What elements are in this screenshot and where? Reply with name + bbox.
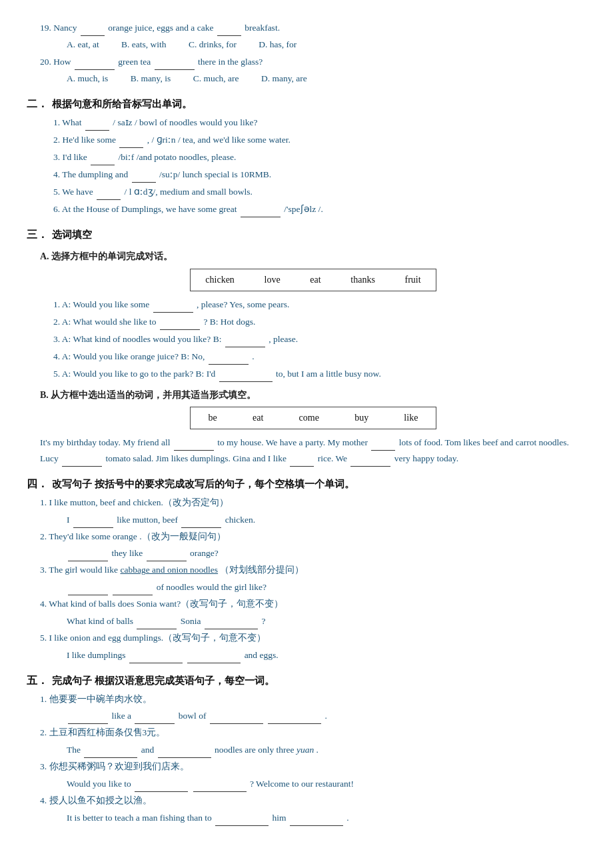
s4q1-rewrite: I like mutton, beef chicken. bbox=[67, 512, 586, 528]
section2-roman: 二． bbox=[27, 95, 48, 113]
s5q1-english: like a bowl of . bbox=[67, 708, 586, 724]
s5q4-english: It is better to teach a man fishing than… bbox=[67, 810, 586, 826]
s2q4: 4. The dumpling and /suːp/ lunch special… bbox=[53, 167, 586, 183]
s2q5: 5. We have / l ɑːdʒ/, medium and small b… bbox=[53, 184, 586, 200]
s5q3-chinese: 3. 你想买稀粥吗？欢迎到我们店来。 bbox=[40, 759, 586, 775]
section3-subA: A. 选择方框中的单词完成对话。 chicken love eat thanks… bbox=[40, 249, 586, 381]
s4q5-rewrite: I like dumplings and eggs. bbox=[67, 647, 586, 663]
section3-subB: B. 从方框中选出适当的动词，并用其适当形式填空。 be eat come bu… bbox=[40, 387, 586, 467]
section-4: 四． 改写句子 按括号中的要求完成改写后的句子，每个空格填一个单词。 1. I … bbox=[27, 475, 586, 663]
s4q3-rewrite: of noodles would the girl like? bbox=[67, 579, 586, 595]
s4q2-rewrite: they like orange? bbox=[67, 545, 586, 561]
subA-q2: 2. A: What would she like to ? B: Hot do… bbox=[53, 314, 586, 330]
s4q2-original: 2. They'd like some orange .（改为一般疑问句） bbox=[40, 529, 586, 545]
q20-blank2 bbox=[155, 54, 195, 70]
subB-label: B. 从方框中选出适当的动词，并用其适当形式填空。 bbox=[40, 387, 586, 403]
s4q1-original: 1. I like mutton, beef and chicken.（改为否定… bbox=[40, 495, 586, 511]
q19-label: 19. Nancy bbox=[40, 23, 77, 33]
section3-desc: 选词填空 bbox=[52, 227, 92, 244]
section-3: 三． 选词填空 A. 选择方框中的单词完成对话。 chicken love ea… bbox=[27, 225, 586, 467]
s2q1: 1. What / saɪz / bowl of noodles would y… bbox=[53, 115, 586, 131]
s5q3-english: Would you like to ? Welcome to our resta… bbox=[67, 776, 586, 792]
section2-questions: 1. What / saɪz / bowl of noodles would y… bbox=[53, 115, 586, 217]
s5q1-chinese: 1. 他要要一中碗羊肉水饺。 bbox=[40, 692, 586, 707]
section5-roman: 五． bbox=[27, 671, 48, 689]
subB-para: It's my birthday today. My friend all to… bbox=[40, 435, 586, 467]
section2-desc: 根据句意和所给音标写出单词。 bbox=[52, 96, 192, 113]
s2q6: 6. At the House of Dumplings, we have so… bbox=[53, 201, 586, 217]
q19-choices: A. eat, at B. eats, with C. drinks, for … bbox=[67, 37, 586, 53]
section5-questions: 1. 他要要一中碗羊肉水饺。 like a bowl of . 2. 土豆和西红… bbox=[40, 692, 586, 827]
subA-word-box: chicken love eat thanks fruit bbox=[40, 269, 586, 291]
s4q5-original: 5. I like onion and egg dumplings.（改写句子，… bbox=[40, 631, 586, 646]
s4q4-rewrite: What kind of balls Sonia ? bbox=[67, 613, 586, 629]
section-5: 五． 完成句子 根据汉语意思完成英语句子，每空一词。 1. 他要要一中碗羊肉水饺… bbox=[27, 671, 586, 826]
s4q3-original: 3. The girl would like cabbage and onion… bbox=[40, 563, 586, 578]
subA-q4: 4. A: Would you like orange juice? B: No… bbox=[53, 349, 586, 365]
subB-word-box: be eat come buy like bbox=[40, 407, 586, 429]
section4-desc: 改写句子 按括号中的要求完成改写后的句子，每个空格填一个单词。 bbox=[52, 476, 354, 493]
q20-label: 20. How bbox=[40, 57, 71, 67]
subA-q1: 1. A: Would you like some , please? Yes,… bbox=[53, 297, 586, 313]
q19-blank2 bbox=[217, 20, 241, 36]
subA-q5: 5. A: Would you like to go to the park? … bbox=[53, 366, 586, 382]
section4-questions: 1. I like mutton, beef and chicken.（改为否定… bbox=[40, 495, 586, 663]
s4q4-original: 4. What kind of balls does Sonia want?（改… bbox=[40, 597, 586, 612]
q20-blank1 bbox=[75, 54, 115, 70]
question-20: 20. How green tea there in the glass? A.… bbox=[27, 54, 586, 87]
s2q2: 2. He'd like some , / ɡriːn / tea, and w… bbox=[53, 132, 586, 148]
s5q4-chinese: 4. 授人以鱼不如授之以渔。 bbox=[40, 793, 586, 809]
section3-roman: 三． bbox=[27, 225, 48, 243]
question-19: 19. Nancy orange juice, eggs and a cake … bbox=[27, 20, 586, 53]
subA-q3: 3. A: What kind of noodles would you lik… bbox=[53, 331, 586, 347]
subA-label: A. 选择方框中的单词完成对话。 bbox=[40, 249, 586, 265]
s5q2-chinese: 2. 土豆和西红柿面条仅售3元。 bbox=[40, 725, 586, 741]
s2q3: 3. I'd like /biːf /and potato noodles, p… bbox=[53, 149, 586, 165]
q19-blank1 bbox=[81, 20, 105, 36]
section4-roman: 四． bbox=[27, 475, 48, 493]
section-2: 二． 根据句意和所给音标写出单词。 1. What / saɪz / bowl … bbox=[27, 95, 586, 217]
section5-desc: 完成句子 根据汉语意思完成英语句子，每空一词。 bbox=[52, 673, 275, 690]
q20-choices: A. much, is B. many, is C. much, are D. … bbox=[67, 71, 586, 87]
s5q2-english: The and noodles are only three yuan . bbox=[67, 742, 586, 758]
